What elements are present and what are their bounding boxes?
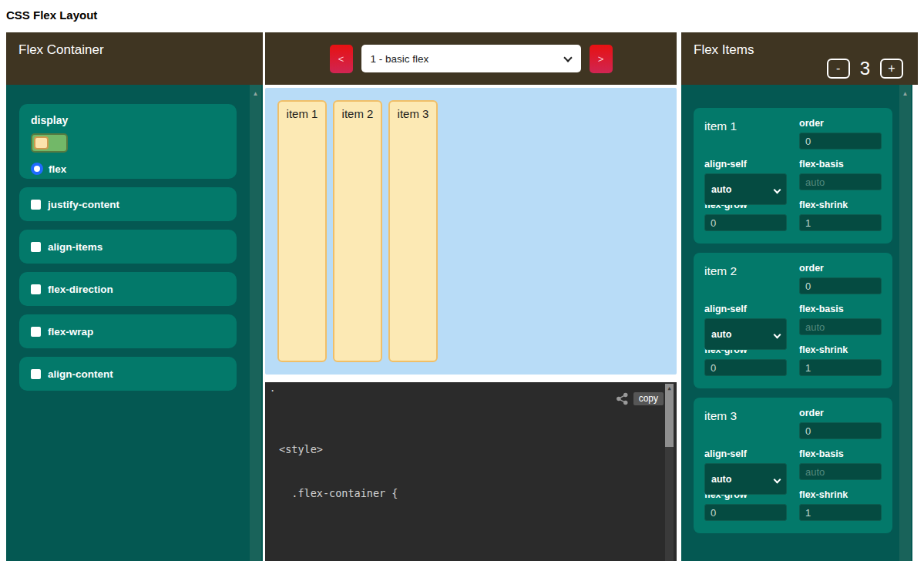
flex-basis-input[interactable] — [799, 463, 882, 480]
right-panel-scrollbar[interactable]: ▲ — [899, 85, 911, 561]
justify-content-label: justify-content — [48, 199, 119, 210]
item-2-card: item 2 order align-self auto flex-basis — [694, 253, 892, 388]
flex-grow-input[interactable] — [704, 504, 787, 521]
item-1-card: item 1 order align-self auto flex-basis — [694, 108, 892, 244]
code-line: .flex-container { — [279, 486, 677, 501]
scroll-up-icon[interactable]: ▲ — [899, 91, 911, 97]
flex-grow-input[interactable] — [704, 359, 787, 376]
example-nav-bar: < 1 - basic flex > — [265, 32, 677, 85]
copy-button[interactable]: copy — [633, 392, 664, 405]
order-label: order — [799, 263, 882, 274]
flex-shrink-field: flex-shrink — [799, 200, 882, 231]
flex-direction-card: flex-direction — [19, 272, 237, 306]
flex-preview-stage: item 1 item 2 item 3 — [265, 88, 677, 375]
flex-shrink-label: flex-shrink — [799, 344, 882, 355]
flex-basis-field: flex-basis — [799, 304, 882, 335]
flex-shrink-field: flex-shrink — [799, 344, 882, 376]
scroll-up-icon[interactable]: ▲ — [665, 384, 674, 394]
preview-item-1: item 1 — [277, 100, 327, 362]
flex-shrink-input[interactable] — [799, 214, 882, 231]
order-field: order — [799, 263, 882, 294]
flex-direction-label: flex-direction — [48, 284, 113, 295]
align-self-label: align-self — [704, 304, 787, 314]
preview-item-3: item 3 — [388, 100, 438, 362]
scroll-up-icon[interactable]: ▲ — [250, 91, 261, 97]
code-dot: . — [270, 383, 275, 394]
align-self-select[interactable]: auto — [704, 463, 787, 495]
flex-direction-checkbox[interactable] — [31, 284, 41, 294]
align-items-card: align-items — [19, 230, 237, 264]
item-1-title: item 1 — [704, 118, 787, 149]
item-count-control: - 3 + — [827, 58, 903, 79]
flex-shrink-label: flex-shrink — [799, 200, 882, 210]
display-toggle[interactable] — [31, 133, 68, 153]
flex-items-panel-title: Flex Items — [694, 42, 754, 57]
align-content-checkbox[interactable] — [31, 369, 41, 379]
example-select-wrap: 1 - basic flex — [361, 45, 581, 72]
flex-shrink-field: flex-shrink — [799, 489, 882, 521]
main-layout: Flex Container display flex justify-cont… — [0, 32, 924, 561]
flex-items-panel-header: Flex Items - 3 + — [681, 32, 918, 85]
display-control-card: display flex — [19, 104, 237, 179]
flex-container-panel-title: Flex Container — [18, 42, 104, 57]
align-items-checkbox[interactable] — [31, 242, 41, 252]
item-3-title: item 3 — [704, 408, 787, 439]
order-label: order — [799, 408, 882, 418]
flex-grow-input[interactable] — [704, 214, 787, 231]
prev-example-button[interactable]: < — [330, 45, 353, 73]
example-select[interactable]: 1 - basic flex — [361, 45, 581, 72]
order-field: order — [799, 408, 882, 439]
increase-items-button[interactable]: + — [880, 59, 903, 79]
code-scrollbar-thumb[interactable]: ▲ — [665, 384, 674, 447]
flex-basis-input[interactable] — [799, 318, 882, 335]
left-panel-scrollbar[interactable]: ▲ — [250, 85, 261, 561]
flex-basis-label: flex-basis — [799, 304, 882, 314]
item-count-value: 3 — [860, 58, 870, 79]
code-block: <style> .flex-container { display: flex; — [265, 382, 677, 561]
flex-basis-input[interactable] — [799, 173, 882, 190]
share-icon[interactable] — [616, 392, 629, 405]
align-self-field: align-self auto — [704, 304, 787, 335]
align-content-label: align-content — [48, 368, 113, 380]
code-scrollbar[interactable]: ▲ — [665, 384, 674, 561]
preview-column: < 1 - basic flex > item 1 item 2 item 3 … — [265, 32, 677, 561]
order-label: order — [799, 118, 882, 129]
code-line: <style> — [279, 442, 677, 457]
align-items-label: align-items — [48, 241, 102, 253]
flex-items-panel-body: item 1 order align-self auto flex-basis — [681, 85, 912, 561]
order-input[interactable] — [799, 277, 882, 294]
flex-basis-label: flex-basis — [799, 448, 882, 459]
align-self-select[interactable]: auto — [704, 318, 787, 350]
display-radio-row: flex — [31, 163, 225, 175]
flex-container-panel-body: display flex justify-content align-items — [6, 85, 263, 561]
page-title: CSS Flex Layout — [6, 8, 918, 22]
flex-shrink-input[interactable] — [799, 504, 882, 521]
align-content-card: align-content — [19, 357, 237, 391]
code-line — [279, 530, 677, 545]
flex-basis-field: flex-basis — [799, 159, 882, 190]
title-bar: CSS Flex Layout — [0, 0, 924, 32]
flex-radio[interactable] — [31, 163, 43, 175]
flex-wrap-label: flex-wrap — [48, 326, 93, 338]
item-3-card: item 3 order align-self auto flex-basis — [694, 398, 892, 533]
order-input[interactable] — [799, 133, 882, 149]
code-panel: . <style> .flex-container { display: fle… — [265, 382, 677, 561]
flex-items-panel: Flex Items - 3 + item 1 order align-self — [681, 32, 918, 561]
align-self-select[interactable]: auto — [704, 173, 787, 205]
display-label: display — [31, 114, 225, 126]
flex-wrap-checkbox[interactable] — [31, 327, 41, 337]
toggle-knob — [34, 136, 49, 149]
align-self-field: align-self auto — [704, 159, 787, 190]
next-example-button[interactable]: > — [590, 45, 613, 73]
flex-shrink-label: flex-shrink — [799, 489, 882, 500]
decrease-items-button[interactable]: - — [827, 59, 850, 79]
align-self-label: align-self — [704, 159, 787, 170]
order-input[interactable] — [799, 422, 882, 439]
flex-shrink-input[interactable] — [799, 359, 882, 376]
flex-basis-label: flex-basis — [799, 159, 882, 170]
flex-radio-label: flex — [49, 163, 66, 175]
flex-wrap-card: flex-wrap — [19, 314, 237, 348]
item-2-title: item 2 — [704, 263, 787, 294]
flex-basis-field: flex-basis — [799, 448, 882, 480]
justify-content-checkbox[interactable] — [31, 200, 41, 210]
